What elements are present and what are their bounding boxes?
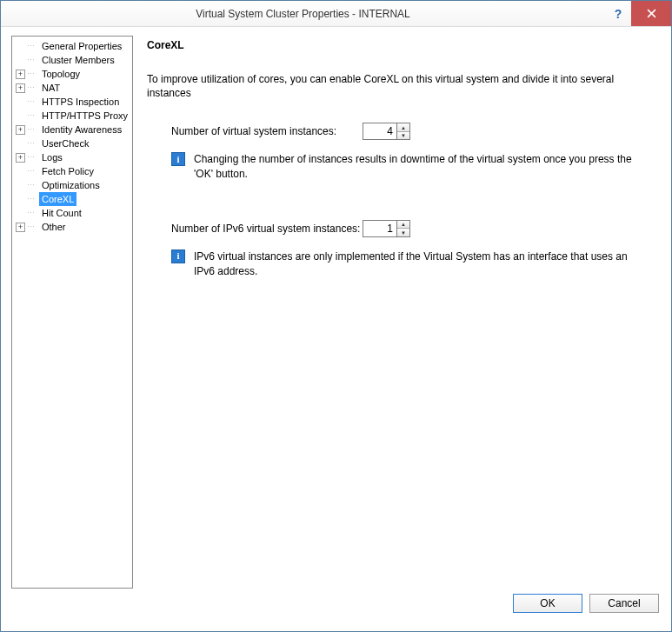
sidebar-item-fetch-policy[interactable]: ⋯Fetch Policy bbox=[12, 164, 132, 178]
expand-icon[interactable]: + bbox=[16, 125, 25, 135]
tree-connector: ⋯ bbox=[27, 220, 39, 234]
sidebar-item-label: General Properties bbox=[39, 39, 124, 53]
instances-down-button[interactable]: ▼ bbox=[397, 132, 409, 140]
close-icon bbox=[647, 9, 656, 18]
sidebar-item-http-https-proxy[interactable]: ⋯HTTP/HTTPS Proxy bbox=[12, 109, 132, 123]
tree-spacer bbox=[16, 97, 25, 107]
tree-spacer bbox=[16, 42, 25, 51]
tree-connector: ⋯ bbox=[27, 53, 39, 67]
sidebar-tree[interactable]: ⋯General Properties⋯Cluster Members+⋯Top… bbox=[11, 36, 133, 589]
ipv6-info-row: i IPv6 virtual instances are only implem… bbox=[171, 249, 649, 279]
sidebar-item-optimizations[interactable]: ⋯Optimizations bbox=[12, 178, 132, 192]
sidebar-item-nat[interactable]: +⋯NAT bbox=[12, 81, 132, 95]
tree-connector: ⋯ bbox=[27, 178, 39, 192]
instances-input[interactable] bbox=[363, 123, 397, 140]
tree-connector: ⋯ bbox=[27, 67, 39, 81]
tree-connector: ⋯ bbox=[27, 109, 39, 123]
sidebar-item-label: Fetch Policy bbox=[39, 164, 96, 178]
ipv6-row: Number of IPv6 virtual system instances:… bbox=[171, 220, 649, 237]
expand-icon[interactable]: + bbox=[16, 153, 25, 163]
sidebar-item-label: Identity Awareness bbox=[39, 123, 124, 136]
sidebar-item-label: Optimizations bbox=[39, 178, 103, 192]
tree-connector: ⋯ bbox=[27, 192, 39, 206]
sidebar-item-label: HTTPS Inspection bbox=[39, 95, 122, 109]
instances-spinner[interactable]: ▲ ▼ bbox=[363, 123, 410, 140]
instances-info-row: i Changing the number of instances resul… bbox=[171, 152, 649, 182]
sidebar-item-label: NAT bbox=[39, 81, 63, 95]
sidebar-item-label: Topology bbox=[39, 67, 83, 81]
tree-spacer bbox=[16, 181, 25, 190]
sidebar-item-label: CoreXL bbox=[39, 192, 77, 206]
ipv6-info-text: IPv6 virtual instances are only implemen… bbox=[194, 249, 649, 279]
sidebar-item-usercheck[interactable]: ⋯UserCheck bbox=[12, 136, 132, 150]
tree-spacer bbox=[16, 167, 25, 176]
help-button[interactable]: ? bbox=[605, 1, 631, 26]
sidebar-item-cluster-members[interactable]: ⋯Cluster Members bbox=[12, 53, 132, 67]
ipv6-input[interactable] bbox=[363, 220, 397, 237]
sidebar-item-topology[interactable]: +⋯Topology bbox=[12, 67, 132, 81]
sidebar-item-identity-awareness[interactable]: +⋯Identity Awareness bbox=[12, 123, 132, 136]
instances-spinner-buttons: ▲ ▼ bbox=[397, 123, 410, 140]
sidebar-item-label: Hit Count bbox=[39, 206, 84, 220]
tree-connector: ⋯ bbox=[27, 81, 39, 95]
sidebar-item-label: Other bbox=[39, 220, 69, 234]
sidebar-item-label: Cluster Members bbox=[39, 53, 117, 67]
sidebar-item-hit-count[interactable]: ⋯Hit Count bbox=[12, 206, 132, 220]
info-icon: i bbox=[171, 152, 185, 166]
tree-spacer bbox=[16, 111, 25, 121]
ok-button[interactable]: OK bbox=[513, 594, 582, 613]
sidebar-item-other[interactable]: +⋯Other bbox=[12, 220, 132, 234]
close-button[interactable] bbox=[631, 1, 671, 26]
tree-connector: ⋯ bbox=[27, 95, 39, 109]
sidebar-item-corexl[interactable]: ⋯CoreXL bbox=[12, 192, 132, 206]
expand-icon[interactable]: + bbox=[16, 223, 25, 232]
page-title: CoreXL bbox=[147, 39, 649, 51]
dialog-body: ⋯General Properties⋯Cluster Members+⋯Top… bbox=[1, 27, 671, 594]
tree-connector: ⋯ bbox=[27, 150, 39, 164]
sidebar-item-general-properties[interactable]: ⋯General Properties bbox=[12, 39, 132, 53]
cancel-button[interactable]: Cancel bbox=[589, 594, 659, 613]
ipv6-up-button[interactable]: ▲ bbox=[397, 221, 409, 230]
ipv6-label: Number of IPv6 virtual system instances: bbox=[171, 223, 363, 235]
instances-label: Number of virtual system instances: bbox=[171, 125, 363, 137]
ipv6-spinner[interactable]: ▲ ▼ bbox=[363, 220, 410, 237]
sidebar-item-label: HTTP/HTTPS Proxy bbox=[39, 109, 130, 123]
tree-connector: ⋯ bbox=[27, 123, 39, 136]
sidebar-item-logs[interactable]: +⋯Logs bbox=[12, 150, 132, 164]
tree-connector: ⋯ bbox=[27, 206, 39, 220]
tree-spacer bbox=[16, 195, 25, 204]
sidebar-item-https-inspection[interactable]: ⋯HTTPS Inspection bbox=[12, 95, 132, 109]
instances-row: Number of virtual system instances: ▲ ▼ bbox=[171, 123, 649, 140]
tree-connector: ⋯ bbox=[27, 39, 39, 53]
info-icon: i bbox=[171, 249, 185, 263]
tree-connector: ⋯ bbox=[27, 164, 39, 178]
expand-icon[interactable]: + bbox=[16, 70, 25, 79]
window-title: Virtual System Cluster Properties - INTE… bbox=[1, 8, 605, 20]
titlebar: Virtual System Cluster Properties - INTE… bbox=[1, 1, 671, 27]
button-bar: OK Cancel bbox=[1, 594, 671, 623]
intro-text: To improve utilization of cores, you can… bbox=[147, 72, 649, 100]
tree-spacer bbox=[16, 209, 25, 218]
sidebar-item-label: UserCheck bbox=[39, 136, 91, 150]
instances-up-button[interactable]: ▲ bbox=[397, 123, 409, 132]
ipv6-down-button[interactable]: ▼ bbox=[397, 229, 409, 236]
tree-spacer bbox=[16, 139, 25, 149]
window-controls: ? bbox=[605, 1, 671, 26]
content-panel: CoreXL To improve utilization of cores, … bbox=[140, 36, 661, 589]
tree-connector: ⋯ bbox=[27, 136, 39, 150]
ipv6-spinner-buttons: ▲ ▼ bbox=[397, 220, 410, 237]
tree-spacer bbox=[16, 56, 25, 65]
instances-info-text: Changing the number of instances results… bbox=[194, 152, 649, 182]
sidebar-item-label: Logs bbox=[39, 150, 65, 164]
expand-icon[interactable]: + bbox=[16, 83, 25, 93]
